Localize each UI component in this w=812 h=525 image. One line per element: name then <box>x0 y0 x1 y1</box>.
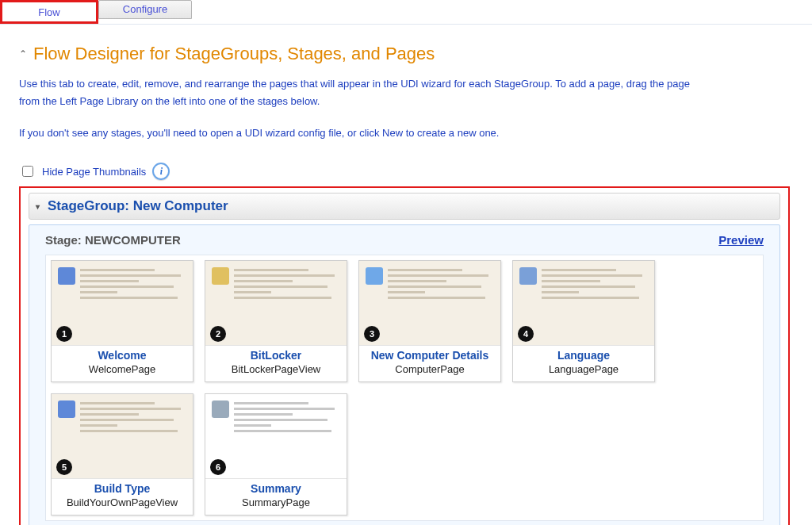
page-caption: Language LanguagePage <box>547 346 620 381</box>
page-card-bitlocker[interactable]: 2 BitLocker BitLockerPageView <box>205 260 347 382</box>
page-title-label: Build Type <box>67 482 178 495</box>
main-content: ⌃ Flow Designer for StageGroups, Stages,… <box>0 25 812 525</box>
page-thumbnail: 5 <box>52 394 193 479</box>
page-thumbnail: 3 <box>359 261 500 346</box>
thumb-icon <box>519 267 537 285</box>
page-title: Flow Designer for StageGroups, Stages, a… <box>33 44 435 64</box>
page-title-label: Welcome <box>89 349 155 362</box>
page-cards: 1 Welcome WelcomePage 2 BitLocker <box>45 255 764 521</box>
tab-configure[interactable]: Configure <box>98 0 192 19</box>
stage-title-row: Stage: NEWCOMPUTER Preview <box>45 233 764 247</box>
thumb-lines <box>234 402 340 435</box>
page-type-label: LanguagePage <box>549 363 619 375</box>
page-card-language[interactable]: 4 Language LanguagePage <box>512 260 655 382</box>
order-badge: 4 <box>518 326 534 342</box>
tab-flow[interactable]: Flow <box>2 2 96 21</box>
page-title-label: Summary <box>242 482 310 495</box>
thumb-lines <box>80 269 186 302</box>
thumb-icon <box>366 267 383 285</box>
page-caption: Welcome WelcomePage <box>87 346 157 381</box>
page-type-label: BuildYourOwnPageView <box>67 496 178 508</box>
thumb-icon <box>58 400 75 418</box>
active-tab-highlight: Flow <box>0 0 98 24</box>
thumb-lines <box>388 269 494 302</box>
page-card-welcome[interactable]: 1 Welcome WelcomePage <box>51 260 193 382</box>
thumb-icon <box>212 267 229 285</box>
stage-title: Stage: NEWCOMPUTER <box>45 233 181 247</box>
hide-thumbnails-row: Hide Page Thumbnails i <box>19 163 793 180</box>
order-badge: 5 <box>56 459 72 475</box>
chevron-down-icon[interactable]: ▾ <box>36 202 40 211</box>
stagegroup-title: StageGroup: New Computer <box>48 198 228 214</box>
order-badge: 2 <box>210 326 226 342</box>
page-thumbnail: 1 <box>52 261 193 346</box>
thumb-icon <box>212 400 229 418</box>
page-caption: New Computer Details ComputerPage <box>370 346 491 381</box>
page-title-label: Language <box>549 349 619 362</box>
page-type-label: WelcomePage <box>89 363 155 375</box>
description-1: Use this tab to create, edit, remove, an… <box>19 75 709 110</box>
thumb-lines <box>80 402 186 435</box>
order-badge: 3 <box>364 326 380 342</box>
page-thumbnail: 2 <box>205 261 347 346</box>
thumb-lines <box>542 269 648 302</box>
section-header[interactable]: ⌃ Flow Designer for StageGroups, Stages,… <box>19 44 793 64</box>
preview-link[interactable]: Preview <box>718 233 764 247</box>
hide-thumbnails-label: Hide Page Thumbnails <box>42 166 146 178</box>
page-type-label: BitLockerPageView <box>232 363 321 375</box>
page-type-label: SummaryPage <box>242 496 310 508</box>
page-title-label: New Computer Details <box>371 349 489 362</box>
info-icon[interactable]: i <box>152 163 170 180</box>
description-2: If you don't see any stages, you'll need… <box>19 125 709 142</box>
page-thumbnail: 4 <box>513 261 654 346</box>
page-card-summary[interactable]: 6 Summary SummaryPage <box>205 393 347 515</box>
hide-thumbnails-checkbox[interactable] <box>22 166 33 177</box>
page-card-build-type[interactable]: 5 Build Type BuildYourOwnPageView <box>51 393 193 515</box>
stagegroup-frame-highlight: ▾ StageGroup: New Computer Stage: NEWCOM… <box>19 186 790 525</box>
page-caption: Build Type BuildYourOwnPageView <box>65 479 179 515</box>
thumb-icon <box>58 267 75 285</box>
stagegroup-header[interactable]: ▾ StageGroup: New Computer <box>29 193 780 220</box>
order-badge: 6 <box>210 459 226 475</box>
tab-bar: Flow Configure <box>0 0 812 25</box>
page-title-label: BitLocker <box>232 349 321 362</box>
collapse-icon[interactable]: ⌃ <box>19 48 27 59</box>
thumb-lines <box>234 269 340 302</box>
stage-panel: Stage: NEWCOMPUTER Preview 1 Welcome Wel… <box>29 224 780 525</box>
order-badge: 1 <box>56 326 72 342</box>
page-card-new-computer-details[interactable]: 3 New Computer Details ComputerPage <box>358 260 501 382</box>
page-caption: Summary SummaryPage <box>240 479 312 515</box>
page-type-label: ComputerPage <box>371 363 489 375</box>
page-thumbnail: 6 <box>205 394 347 479</box>
page-caption: BitLocker BitLockerPageView <box>230 346 323 381</box>
